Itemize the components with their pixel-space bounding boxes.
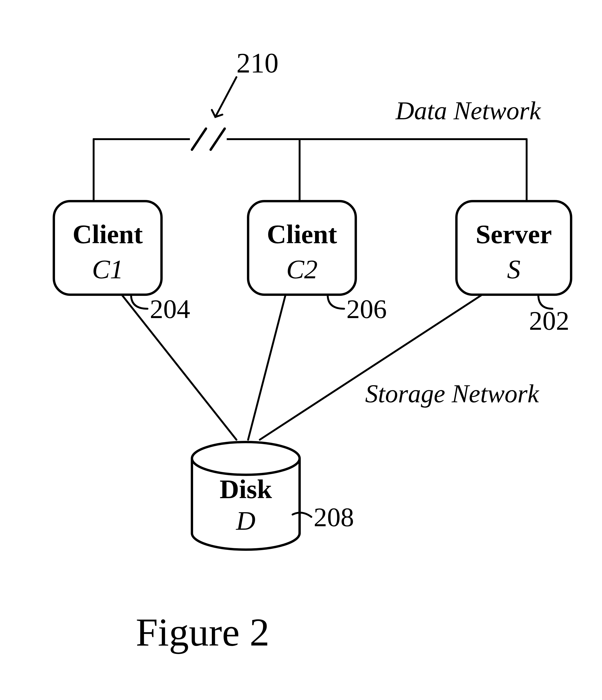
node-disk-sub: D (236, 506, 255, 535)
node-client1-sub: C1 (92, 254, 123, 284)
node-client2-title: Client (267, 219, 337, 249)
node-disk: Disk D (192, 442, 299, 550)
node-client1-title: Client (73, 219, 143, 249)
node-disk-title: Disk (220, 474, 272, 504)
ref-206-text: 206 (346, 294, 387, 324)
svg-line-10 (248, 295, 286, 440)
ref-206: 206 (328, 294, 387, 324)
ref-210-text: 210 (236, 48, 279, 79)
ref-204: 204 (131, 294, 190, 324)
figure-caption: Figure 2 (136, 610, 269, 654)
node-client2: Client C2 (248, 201, 356, 295)
node-server: Server S (456, 201, 571, 295)
ref-202-text: 202 (529, 306, 570, 335)
ref-208: 208 (293, 502, 354, 532)
diagram-canvas: 210 Data Network Client C1 204 Client C2… (0, 0, 602, 700)
storage-network-label: Storage Network (365, 379, 539, 408)
ref-208-text: 208 (314, 502, 354, 532)
svg-point-12 (192, 442, 299, 475)
data-network-label: Data Network (395, 96, 541, 125)
ref-204-text: 204 (150, 294, 190, 324)
node-client2-sub: C2 (286, 254, 318, 284)
ref-210: 210 (212, 48, 279, 117)
node-client1: Client C1 (54, 201, 162, 295)
node-server-sub: S (507, 254, 521, 284)
node-server-title: Server (476, 219, 552, 249)
svg-line-5 (215, 77, 236, 117)
data-network-bus (94, 139, 527, 201)
ref-202: 202 (529, 295, 570, 335)
bus-break-mark (192, 129, 225, 150)
